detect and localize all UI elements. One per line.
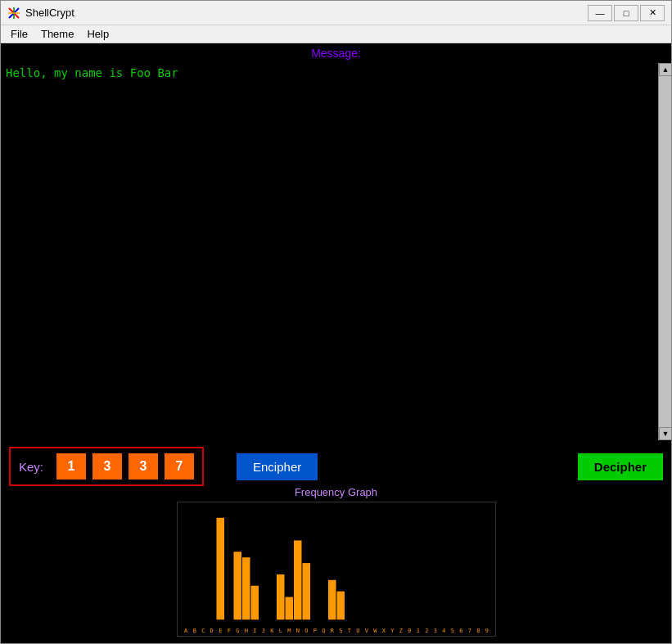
maximize-button[interactable]: □ (614, 5, 638, 21)
title-bar: ShellCrypt — □ ✕ (1, 1, 671, 25)
key-input-2[interactable] (92, 453, 122, 480)
svg-rect-19 (276, 574, 284, 619)
main-window: ShellCrypt — □ ✕ File Theme Help Message… (0, 0, 672, 644)
encipher-button[interactable]: Encipher (237, 453, 318, 480)
svg-text:A: A (184, 628, 188, 634)
menu-theme[interactable]: Theme (34, 26, 80, 42)
message-textarea[interactable] (1, 63, 658, 440)
svg-text:G: G (236, 628, 239, 634)
scrollbar-thumb[interactable] (659, 76, 671, 427)
freq-graph-label: Frequency Graph (9, 486, 663, 498)
svg-text:K: K (270, 628, 274, 634)
key-box: Key: (9, 447, 204, 486)
svg-text:U: U (356, 628, 359, 634)
svg-text:T: T (347, 628, 351, 634)
svg-text:3: 3 (433, 628, 436, 634)
svg-text:B: B (192, 628, 196, 634)
svg-text:Q: Q (322, 628, 325, 634)
scroll-up-button[interactable]: ▲ (659, 63, 671, 76)
svg-text:N: N (295, 628, 299, 634)
svg-text:4: 4 (442, 628, 445, 634)
minimize-button[interactable]: — (588, 5, 612, 21)
menu-help[interactable]: Help (80, 26, 115, 42)
key-input-3[interactable] (129, 453, 158, 480)
message-label: Message: (1, 43, 671, 63)
key-label: Key: (19, 460, 43, 474)
freq-graph-container: ABCDEFGHIJKLMNOPQRSTUVWXYZ0123456789 (177, 502, 496, 637)
window-title: ShellCrypt (25, 7, 588, 19)
svg-text:J: J (261, 628, 264, 634)
svg-text:Z: Z (399, 628, 402, 634)
svg-text:2: 2 (425, 628, 428, 634)
menu-bar: File Theme Help (1, 25, 671, 43)
svg-text:V: V (364, 628, 368, 634)
svg-rect-15 (250, 586, 259, 619)
bottom-panel: Key: Encipher Decipher Frequency Graph A… (1, 440, 671, 643)
svg-text:P: P (313, 628, 316, 634)
menu-file[interactable]: File (4, 26, 34, 42)
key-input-1[interactable] (56, 453, 86, 480)
message-area-wrapper: ▲ ▼ (1, 63, 671, 440)
svg-rect-8 (216, 518, 224, 619)
svg-text:W: W (373, 628, 377, 634)
main-content: Message: ▲ ▼ Key: Encipher (1, 43, 671, 643)
svg-text:5: 5 (450, 628, 453, 634)
svg-text:9: 9 (485, 628, 488, 634)
freq-chart: ABCDEFGHIJKLMNOPQRSTUVWXYZ0123456789 (178, 502, 495, 636)
key-input-4[interactable] (165, 453, 194, 480)
svg-text:M: M (287, 628, 291, 634)
svg-rect-23 (293, 540, 301, 619)
svg-text:1: 1 (416, 628, 419, 634)
svg-text:6: 6 (459, 628, 462, 634)
svg-text:7: 7 (467, 628, 471, 634)
svg-text:F: F (227, 628, 230, 634)
scrollbar-track: ▲ ▼ (658, 63, 671, 440)
svg-text:R: R (330, 628, 334, 634)
close-button[interactable]: ✕ (640, 5, 665, 21)
svg-rect-21 (285, 597, 293, 620)
svg-text:L: L (278, 628, 282, 634)
svg-text:C: C (201, 628, 205, 634)
svg-rect-25 (302, 563, 310, 619)
svg-text:I: I (253, 628, 256, 634)
svg-text:S: S (339, 628, 342, 634)
svg-text:Y: Y (390, 628, 395, 634)
svg-rect-31 (336, 592, 345, 620)
actions-row: Key: Encipher Decipher (9, 447, 663, 486)
window-controls: — □ ✕ (588, 5, 665, 21)
svg-text:8: 8 (476, 628, 480, 634)
svg-text:E: E (219, 628, 222, 634)
svg-text:H: H (244, 628, 247, 634)
svg-text:D: D (210, 628, 213, 634)
decipher-button[interactable]: Decipher (578, 453, 663, 480)
svg-text:0: 0 (408, 628, 411, 634)
svg-text:X: X (381, 628, 386, 634)
svg-text:O: O (304, 628, 308, 634)
svg-rect-11 (233, 552, 241, 619)
app-icon (7, 7, 20, 20)
svg-rect-29 (327, 580, 336, 619)
svg-rect-13 (241, 557, 250, 619)
scroll-down-button[interactable]: ▼ (659, 427, 671, 440)
